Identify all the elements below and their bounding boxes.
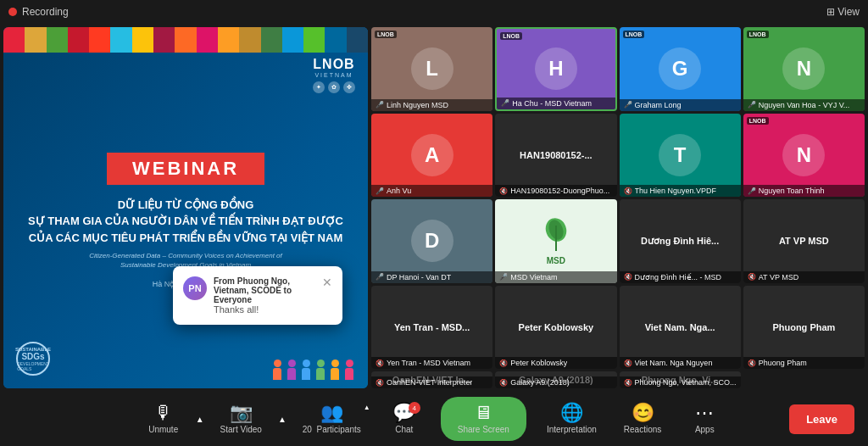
participants-button[interactable]: 👥 20 Participants ▲ <box>289 397 375 441</box>
sdg-cell-11 <box>218 27 239 53</box>
chat-message: Thanks all! <box>183 304 332 315</box>
video-tile[interactable]: A 🎤 Anh Vu <box>371 114 492 198</box>
video-tile[interactable]: D 🎤 DP Hanoi - Van DT <box>371 199 492 283</box>
video-tile[interactable]: Peter Koblowsky 🔇 Peter Koblowsky <box>495 286 616 370</box>
tile-label: 🔇 Galaxy A9 (2018) <box>495 376 616 388</box>
tile-label: 🔇 Phuong Pham <box>743 357 865 369</box>
lnob-badge: LNOB <box>623 31 645 38</box>
mic-icon: 🔇 <box>624 187 632 195</box>
avatar: T <box>659 134 701 176</box>
tile-label: 🎤 Graham Long <box>620 99 741 111</box>
sdg-cell-15 <box>303 27 325 53</box>
chat-popup: PN From Phuong Ngo, Vietnam, SCODE to Ev… <box>173 266 342 325</box>
tile-label: 🎤 Nguyen Toan Thinh <box>743 185 865 197</box>
video-tile[interactable]: Dương Đình Hiê... 🔇 Dương Đình Hiế... - … <box>620 199 741 283</box>
sdg-cell-2 <box>25 27 46 53</box>
video-caret[interactable]: ▲ <box>275 411 289 427</box>
sdg-cell-7 <box>132 27 153 53</box>
video-tile[interactable]: LNOB H 🎤 Ha Chu - MSD Vietnam <box>495 27 616 111</box>
chat-close-button[interactable]: ✕ <box>322 276 332 288</box>
tile-label: 🔇 Yen Tran - MSD Vietnam <box>371 357 492 369</box>
video-tile[interactable]: Viet Nam. Nga... 🔇 Viet Nam. Nga Nguyen <box>620 286 741 370</box>
reactions-button[interactable]: 😊 Reactions <box>610 397 675 441</box>
video-icon: 📷 <box>230 404 253 422</box>
video-grid: LNOB L 🎤 Linh Nguyen MSD LNOB H 🎤 Ha Chu… <box>371 27 865 388</box>
video-tile[interactable]: Yen Tran - MSD... 🔇 Yen Tran - MSD Vietn… <box>371 286 492 370</box>
video-tile[interactable]: Phuong Ngo, Vi... 🔇 Phuong Ngo, Vietnam,… <box>620 371 741 388</box>
mic-icon: 🔇 <box>499 360 508 367</box>
video-tile[interactable]: Galaxy A9 (2018) 🔇 Galaxy A9 (2018) <box>495 371 616 388</box>
leave-button[interactable]: Leave <box>789 404 854 434</box>
mic-icon: 🔇 <box>624 360 632 367</box>
mic-icon: 🎤 <box>376 187 384 195</box>
slide-title: DỮ LIỆU TỪ CỘNG ĐỒNG SỰ THAM GIA CỦA NGƯ… <box>20 197 351 247</box>
sdg-cell-6 <box>110 27 131 53</box>
interpretation-label: Interpretation <box>547 425 597 434</box>
mic-icon: 🎤 <box>499 273 508 281</box>
sdg-cell-17 <box>347 27 368 53</box>
toolbar: 🎙 Unmute ▲ 📷 Start Video ▲ 👥 20 Particip… <box>0 392 868 446</box>
video-tile[interactable]: MSD 🎤 MSD Vietnam <box>495 199 616 283</box>
view-button[interactable]: ⊞ View <box>826 6 860 18</box>
sdg-cell-10 <box>197 27 218 53</box>
tile-label: 🎤 DP Hanoi - Van DT <box>371 271 492 283</box>
interpretation-button[interactable]: 🌐 Interpretation <box>533 397 610 441</box>
tile-label: 🔇 Viet Nam. Nga Nguyen <box>620 357 741 369</box>
apps-label: Apps <box>695 425 715 434</box>
unmute-label: Unmute <box>148 425 178 434</box>
avatar: A <box>411 134 453 176</box>
unmute-group: 🎙 Unmute ▲ <box>134 397 207 441</box>
sdg-cell-5 <box>89 27 110 53</box>
mic-icon: 🔇 <box>499 379 508 387</box>
video-tile[interactable]: Phuong Pham 🔇 Phuong Pham <box>743 286 865 370</box>
sdg-cell-8 <box>153 27 175 53</box>
sdg-cell-16 <box>325 27 346 53</box>
mic-icon: 🔇 <box>624 273 632 281</box>
tile-label: 🎤 Nguyen Van Hoa - VYJ V... <box>743 99 865 111</box>
sdg-cell-3 <box>47 27 68 53</box>
tile-label: 🔇 AT VP MSD <box>743 271 865 283</box>
video-group: 📷 Start Video ▲ <box>207 397 289 441</box>
top-bar: Recording ⊞ View <box>0 0 868 24</box>
chat-from: From Phuong Ngo, Vietnam, SCODE to Every… <box>214 276 322 304</box>
lnob-badge: LNOB <box>500 32 522 40</box>
lnob-badge: LNOB <box>375 31 397 38</box>
share-screen-button[interactable]: 🖥 Share Screen <box>441 397 526 441</box>
video-tile[interactable]: LNOB G 🎤 Graham Long <box>620 27 741 111</box>
mic-icon: 🎤 <box>748 187 756 195</box>
mic-icon: 🎙 <box>154 404 173 422</box>
video-tile[interactable]: OanhEN-VIET In... 🔇 OanhEN-VIET Interpre… <box>371 371 492 388</box>
recording-label: Recording <box>22 6 69 18</box>
start-video-button[interactable]: 📷 Start Video <box>207 397 275 441</box>
sdg-cell-13 <box>261 27 282 53</box>
share-screen-label: Share Screen <box>458 425 509 434</box>
video-tile[interactable]: AT VP MSD 🔇 AT VP MSD <box>743 199 865 283</box>
video-tile[interactable]: HAN19080152-... 🔇 HAN19080152-DuongPhuo.… <box>495 114 616 198</box>
msd-leaf-icon <box>539 217 573 254</box>
participants-label: 20 Participants <box>303 425 361 434</box>
video-tile[interactable]: T 🔇 Thu Hien Nguyen.VPDF <box>620 114 741 198</box>
avatar: G <box>659 47 701 90</box>
avatar: L <box>411 47 453 90</box>
msd-label: MSD <box>547 256 565 265</box>
avatar: N <box>782 47 825 90</box>
chat-button[interactable]: 💬 Chat 4 <box>375 397 434 441</box>
presentation-panel: LNOB VIETNAM ✦ ✿ ✤ WEBINAR DỮ LIỆU TỪ CỘ… <box>3 27 368 388</box>
interpretation-icon: 🌐 <box>560 404 583 422</box>
unmute-button[interactable]: 🎙 Unmute <box>134 397 193 441</box>
lnob-logo: LNOB VIETNAM ✦ ✿ ✤ <box>313 57 355 93</box>
video-tile[interactable]: LNOB L 🎤 Linh Nguyen MSD <box>371 27 492 111</box>
sdg-goals-logo: SUSTAINABLE SDGs DEVELOPMENT GOALS <box>16 342 50 376</box>
participants-caret[interactable]: ▲ <box>361 400 373 415</box>
video-tile[interactable]: LNOB N 🎤 Nguyen Toan Thinh <box>743 114 865 198</box>
tile-label: 🔇 OanhEN-VIET Interpreter <box>371 376 492 388</box>
mic-icon: 🎤 <box>748 101 756 109</box>
slide: LNOB VIETNAM ✦ ✿ ✤ WEBINAR DỮ LIỆU TỪ CỘ… <box>3 27 368 388</box>
video-label: Start Video <box>220 425 262 434</box>
recording-badge: Recording <box>8 6 69 18</box>
video-tile[interactable]: LNOB N 🎤 Nguyen Van Hoa - VYJ V... <box>743 27 865 111</box>
apps-button[interactable]: ⋯ Apps <box>675 397 734 441</box>
people-illustration <box>271 360 355 380</box>
unmute-caret[interactable]: ▲ <box>193 411 207 427</box>
tile-label: 🎤 Ha Chu - MSD Vietnam <box>497 98 615 109</box>
